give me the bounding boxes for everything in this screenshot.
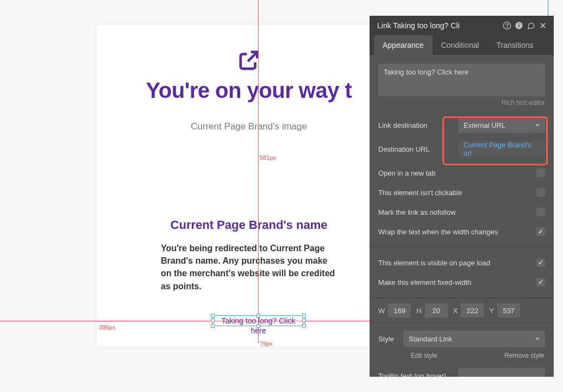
info-icon[interactable] bbox=[514, 20, 524, 31]
resize-handle-ne[interactable] bbox=[302, 314, 306, 318]
row-destination-url: Destination URL Current Page Brand's url bbox=[378, 139, 545, 159]
style-links: Edit style Remove style bbox=[378, 352, 545, 359]
redirect-description: You're being redirected to Current Page … bbox=[118, 242, 379, 293]
separator bbox=[370, 297, 554, 298]
headline-text: You're on your way t bbox=[118, 78, 379, 103]
checkbox-fixed-width[interactable] bbox=[536, 278, 545, 287]
resize-handle-s[interactable] bbox=[257, 324, 260, 328]
checkbox-not-clickable[interactable] bbox=[536, 188, 545, 197]
text-content-input[interactable] bbox=[378, 64, 545, 96]
dim-y-label: Y bbox=[489, 307, 494, 315]
selected-element[interactable]: Taking too long? Click here bbox=[212, 315, 304, 326]
select-link-destination[interactable]: External URL bbox=[458, 117, 545, 133]
tab-transitions[interactable]: Transitions bbox=[488, 35, 542, 55]
checkbox-open-newtab[interactable] bbox=[536, 169, 545, 177]
brand-image-placeholder: Current Page Brand's image bbox=[118, 121, 379, 132]
resize-handle-nw[interactable] bbox=[211, 314, 215, 318]
resize-handle-n[interactable] bbox=[257, 314, 260, 318]
measure-right: 581px bbox=[260, 154, 276, 161]
select-link-destination-value: External URL bbox=[464, 121, 505, 129]
edit-style-link[interactable]: Edit style bbox=[411, 352, 437, 359]
close-icon[interactable] bbox=[537, 20, 548, 31]
dim-y-input[interactable] bbox=[497, 303, 520, 318]
row-link-destination: Link destination External URL bbox=[378, 115, 545, 135]
svg-point-1 bbox=[507, 28, 508, 28]
label-style: Style bbox=[378, 335, 403, 343]
row-style: Style Standard Link bbox=[378, 329, 545, 349]
dim-x-label: X bbox=[453, 307, 458, 315]
checkbox-wrap-text[interactable] bbox=[536, 227, 545, 236]
label-nofollow: Mark the link as nofollow bbox=[378, 208, 536, 216]
measure-bottom: 79px bbox=[260, 340, 273, 347]
label-wrap-text: Wrap the text when the width changes bbox=[378, 228, 536, 236]
separator bbox=[370, 323, 554, 323]
panel-header[interactable]: Link Taking too long? Cli bbox=[370, 16, 554, 35]
checkbox-nofollow[interactable] bbox=[536, 208, 545, 216]
field-destination-url-value: Current Page Brand's url bbox=[464, 141, 540, 157]
svg-rect-3 bbox=[518, 25, 519, 28]
select-style[interactable]: Standard Link bbox=[403, 331, 545, 347]
row-visible-on-load: This element is visible on page load bbox=[378, 253, 545, 272]
resize-handle-se[interactable] bbox=[302, 324, 306, 328]
label-visible-on-load: This element is visible on page load bbox=[378, 259, 536, 267]
chevron-down-icon bbox=[535, 338, 540, 340]
panel-tabs: Appearance Conditional Transitions bbox=[370, 35, 554, 55]
comment-icon[interactable] bbox=[526, 20, 536, 31]
panel-title: Link Taking too long? Cli bbox=[377, 21, 501, 30]
properties-panel: Link Taking too long? Cli Appearance Con… bbox=[370, 16, 554, 377]
measure-left: 395px bbox=[99, 324, 115, 331]
vertical-guide bbox=[258, 0, 259, 343]
dim-h-label: H bbox=[416, 307, 421, 315]
row-wrap-text: Wrap the text when the width changes bbox=[378, 222, 545, 241]
checkbox-visible-on-load[interactable] bbox=[536, 258, 545, 267]
row-open-newtab: Open in a new tab bbox=[378, 163, 545, 183]
dim-h-input[interactable] bbox=[425, 303, 448, 318]
field-destination-url[interactable]: Current Page Brand's url bbox=[458, 141, 545, 157]
label-tooltip: Tooltip text (on hover) bbox=[378, 372, 458, 377]
dim-w-input[interactable] bbox=[388, 303, 411, 318]
label-destination-url: Destination URL bbox=[378, 145, 458, 153]
tooltip-input[interactable] bbox=[458, 368, 545, 377]
label-open-newtab: Open in a new tab bbox=[378, 169, 536, 177]
label-fixed-width: Make this element fixed-width bbox=[378, 278, 536, 287]
top-guide bbox=[548, 0, 548, 16]
row-tooltip: Tooltip text (on hover) bbox=[378, 368, 545, 377]
row-nofollow: Mark the link as nofollow bbox=[378, 202, 545, 222]
remove-style-link[interactable]: Remove style bbox=[504, 352, 544, 359]
row-not-clickable: This element isn't clickable bbox=[378, 183, 545, 202]
rich-text-editor-link[interactable]: Rich text editor bbox=[378, 99, 545, 107]
resize-handle-e[interactable] bbox=[302, 319, 306, 322]
tab-appearance[interactable]: Appearance bbox=[374, 35, 433, 55]
help-icon[interactable] bbox=[502, 20, 512, 31]
svg-rect-4 bbox=[518, 23, 519, 24]
separator bbox=[370, 247, 554, 247]
select-style-value: Standard Link bbox=[409, 335, 452, 343]
external-link-icon bbox=[118, 48, 379, 75]
dim-w-label: W bbox=[378, 307, 385, 315]
panel-body[interactable]: Rich text editor Link destination Extern… bbox=[370, 55, 554, 377]
brand-name-heading: Current Page Brand's name bbox=[118, 218, 379, 232]
tab-conditional[interactable]: Conditional bbox=[433, 35, 488, 55]
horizontal-guide bbox=[0, 321, 370, 321]
preview-card: You're on your way t Current Page Brand'… bbox=[97, 25, 401, 346]
resize-handle-w[interactable] bbox=[211, 319, 215, 322]
row-fixed-width: Make this element fixed-width bbox=[378, 272, 545, 292]
row-dimensions: W H X Y bbox=[378, 303, 545, 318]
chevron-down-icon bbox=[535, 124, 540, 127]
label-link-destination: Link destination bbox=[378, 121, 458, 129]
dim-x-input[interactable] bbox=[461, 303, 484, 318]
label-not-clickable: This element isn't clickable bbox=[378, 189, 536, 197]
resize-handle-sw[interactable] bbox=[211, 324, 215, 328]
